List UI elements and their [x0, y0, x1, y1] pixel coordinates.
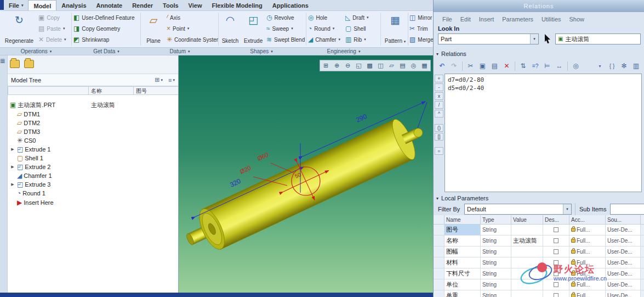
round-button[interactable]: ◔Round▾	[308, 24, 344, 33]
extra-tool-button[interactable]: ▥	[630, 60, 642, 72]
paste-button[interactable]: ▤Paste▾	[38, 24, 70, 33]
annotation-display-button[interactable]: ▤	[397, 61, 408, 70]
draft-button[interactable]: ◺Draft▾	[345, 13, 379, 23]
sub-items-dropdown[interactable]	[610, 204, 644, 215]
param-name-cell[interactable]: 名称	[444, 236, 481, 246]
param-name-cell[interactable]: 单重	[444, 290, 481, 297]
tab-model[interactable]: Model	[28, 0, 56, 10]
axis-button[interactable]: ⁄Axis	[167, 13, 218, 23]
chevron-down-icon[interactable]: ▾	[563, 204, 571, 214]
designate-checkbox[interactable]	[554, 238, 558, 243]
cut-button[interactable]: ✂	[465, 60, 476, 72]
select-cursor-icon[interactable]	[543, 33, 552, 44]
tab-flexible-modeling[interactable]: Flexible Modeling	[207, 0, 267, 10]
key-plus[interactable]: +	[435, 75, 443, 82]
param-value-cell[interactable]	[511, 246, 543, 257]
header-designate[interactable]: Des...	[543, 215, 569, 225]
folder-browser-icon[interactable]	[24, 60, 34, 68]
chevron-down-icon[interactable]: ▾	[530, 34, 538, 44]
user-defined-feature-button[interactable]: ◧User-Defined Feature	[73, 13, 139, 23]
designate-checkbox[interactable]	[554, 249, 558, 254]
designate-checkbox[interactable]	[554, 260, 558, 265]
tree-settings-button[interactable]: ≡▾	[168, 77, 175, 83]
sweep-button[interactable]: ≈Sweep▾	[266, 24, 306, 33]
column-name[interactable]: 名称	[89, 86, 134, 95]
plane-button[interactable]: ▱ Plane	[143, 13, 164, 46]
undo-button[interactable]: ↶	[436, 60, 448, 72]
param-name-cell[interactable]: 下料尺寸	[444, 268, 481, 279]
folder-icon[interactable]	[10, 60, 20, 68]
relations-title-bar[interactable]: Relations	[434, 0, 644, 12]
group-get-data[interactable]: Get Data▾	[93, 48, 119, 54]
tree-item-dtm1[interactable]: ▱DTM1	[10, 110, 174, 119]
copy-button[interactable]: ▣	[477, 60, 488, 72]
group-shapes[interactable]: Shapes▾	[250, 48, 272, 54]
menu-file[interactable]: File	[442, 16, 452, 23]
designate-checkbox[interactable]	[554, 282, 558, 287]
look-in-dropdown[interactable]: Part ▾	[438, 33, 539, 44]
tree-filters-button[interactable]: ⊞▾	[155, 76, 163, 83]
repaint-button[interactable]: ▩	[364, 61, 375, 70]
braces-button[interactable]: { }	[606, 60, 618, 72]
units-button[interactable]: ↔	[554, 60, 565, 72]
table-row[interactable]: 图号 String Full... User-De...	[434, 225, 644, 236]
dim-dia60[interactable]: Ø60	[257, 151, 270, 162]
chamfer-button[interactable]: ◢Chamfer▾	[308, 35, 344, 44]
coordinate-system-button[interactable]: ✳Coordinate System	[167, 35, 218, 44]
designate-checkbox[interactable]	[554, 227, 558, 232]
menu-parameters[interactable]: Parameters	[502, 16, 533, 23]
filter-dropdown[interactable]: Default ▾	[464, 204, 572, 215]
param-name-cell[interactable]: 图幅	[444, 246, 481, 257]
copy-geometry-button[interactable]: ◨Copy Geometry	[73, 24, 139, 33]
group-operations[interactable]: Operations▾	[21, 48, 52, 54]
delete-button[interactable]: ✕	[501, 60, 512, 72]
param-value-cell[interactable]	[511, 257, 543, 268]
evaluate-button[interactable]: =?	[529, 60, 541, 72]
param-name-cell[interactable]: 单位	[444, 279, 481, 290]
copy-button[interactable]: ▣Copy	[38, 13, 70, 23]
point-button[interactable]: ×Point▾	[167, 24, 218, 33]
local-parameters-section-header[interactable]: ▾ Local Parameters	[436, 195, 488, 201]
tree-item-shell1[interactable]: ▢Shell 1	[10, 154, 174, 162]
shrinkwrap-button[interactable]: ◩Shrinkwrap	[73, 35, 139, 44]
table-row[interactable]: 材料 String Full... User-De...	[434, 257, 644, 268]
header-value[interactable]: Value	[511, 215, 543, 225]
paste-button[interactable]: ▤	[489, 60, 500, 72]
pattern-button[interactable]: ▦ Pattern ▾	[383, 13, 408, 46]
graphics-viewport[interactable]: 290 320 Ø60 Ø20 50 ⊞ ⊕ ⊖ ◱ ▩ ◫ ▱ ▤ ◎	[179, 55, 433, 293]
expander-icon[interactable]: ▶	[10, 165, 15, 169]
delete-button[interactable]: ✕Delete▾	[38, 35, 70, 44]
key-power[interactable]: ^	[435, 110, 443, 117]
reorder-button[interactable]: ⇅	[517, 60, 529, 72]
sketch-button[interactable]: ◠ Sketch	[220, 13, 241, 46]
refit-button[interactable]: ◱	[354, 61, 364, 70]
header-type[interactable]: Type	[481, 215, 511, 225]
designate-checkbox[interactable]	[554, 293, 558, 297]
function-button[interactable]	[582, 60, 594, 72]
zoom-region-button[interactable]: ⊞	[321, 61, 331, 70]
verify-button[interactable]: ⊨	[542, 60, 553, 72]
tree-item-cs0[interactable]: ✳CS0	[10, 136, 174, 145]
table-row[interactable]: 名称 String 主动滚筒 Full... User-De...	[434, 236, 644, 246]
regenerate-button[interactable]: ↻ Regenerate	[2, 13, 36, 46]
dim-320[interactable]: 320	[229, 177, 242, 188]
find-button[interactable]: ◎	[570, 60, 582, 72]
expander-icon[interactable]: ▶	[10, 182, 15, 187]
tree-item-dtm3[interactable]: ▱DTM3	[10, 127, 174, 136]
file-menu[interactable]: File▾	[4, 0, 28, 10]
relations-section-header[interactable]: ▾ Relations	[436, 51, 466, 57]
tree-item-dtm2[interactable]: ▱DTM2	[10, 119, 174, 127]
extrude-button[interactable]: ◰ Extrude	[242, 13, 265, 46]
trim-button[interactable]: ✂Trim	[409, 24, 433, 33]
tree-item-insert-here[interactable]: ▶Insert Here	[10, 198, 174, 207]
tree-item-round1[interactable]: ◔Round 1	[10, 189, 174, 198]
dim-dia20[interactable]: Ø20	[239, 164, 252, 175]
shell-button[interactable]: ▢Shell	[345, 24, 379, 33]
mirror-button[interactable]: ◫Mirror	[409, 13, 433, 23]
tree-item-extrude2[interactable]: ▶◰Extrude 2	[10, 162, 174, 171]
group-engineering[interactable]: Engineering▾	[327, 48, 361, 54]
grid-icon[interactable]: ▦	[0, 58, 7, 64]
group-datum[interactable]: Datum▾	[170, 48, 190, 54]
key-brackets[interactable]: []	[435, 133, 443, 141]
designate-checkbox[interactable]	[554, 271, 558, 276]
